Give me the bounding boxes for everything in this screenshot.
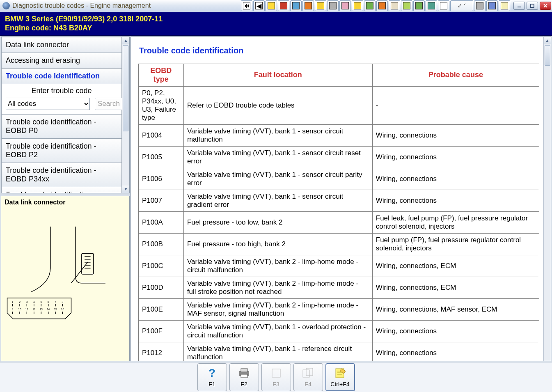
warning-icon[interactable] [266,0,277,11]
scroll-up-icon[interactable]: ▲ [122,37,129,44]
tool-icon-1[interactable] [278,0,289,11]
scroll-thumb[interactable] [545,45,550,66]
scroll-thumb[interactable] [123,45,128,131]
table-row[interactable]: P1012Variable valve timing (VVT), bank 1… [138,342,539,361]
fkey-f3[interactable]: F3 [261,363,291,391]
search-button[interactable]: Search [95,98,122,110]
svg-text:3: 3 [26,300,28,303]
cell-cause: Wiring, connections [372,342,539,361]
col-eobd-type: EOBD type [138,64,183,86]
scroll-down-icon[interactable]: ▼ [122,186,129,193]
tool-icon-2[interactable] [290,0,302,11]
svg-text:14: 14 [47,308,50,311]
pages-icon [302,367,315,379]
table-row[interactable]: P100DVariable valve timing (VVT), bank 2… [138,277,539,298]
cell-code: P100E [138,298,183,320]
cell-fault: Variable valve timing (VVT), bank 1 - se… [183,190,372,211]
cell-cause: Fuel pump (FP), fuel pressure regulator … [372,233,539,255]
connector-diagram-icon: 123 456 78 91011 121314 1516 [1,196,129,361]
svg-text:6: 6 [48,300,49,303]
table-row[interactable]: P100FVariable valve timing (VVT), bank 1… [138,320,539,342]
titlebar: Diagnostic trouble codes - Engine manage… [0,0,552,12]
tool-icon-16[interactable] [486,0,498,11]
tool-icon-4[interactable] [315,0,326,11]
svg-rect-44 [241,369,247,372]
search-label: Enter trouble code [6,87,117,95]
cell-code: P1007 [138,190,183,211]
fkey-f4[interactable]: F4 [293,363,323,391]
cell-fault: Variable valve timing (VVT), bank 2 - li… [183,277,372,298]
footer: ? F1 F2 F3 F4 Ctrl+F4 [0,362,552,392]
table-row[interactable]: P100EVariable valve timing (VVT), bank 2… [138,298,539,320]
tool-icon-5[interactable] [327,0,339,11]
table-row[interactable]: P1004Variable valve timing (VVT), bank 1… [138,124,539,146]
scroll-up-icon[interactable]: ▲ [544,37,551,44]
page-icon [270,367,283,379]
minimize-button[interactable] [513,2,525,10]
table-row[interactable]: P1007Variable valve timing (VVT), bank 1… [138,190,539,211]
nav-sub-eobd-p2[interactable]: Trouble code identification - EOBD P2 [1,139,122,163]
tool-icon-10[interactable] [389,0,400,11]
cell-fault: Fuel pressure - too high, bank 2 [183,233,372,255]
cell-cause: Wiring, connections [372,168,539,190]
nav-item-data-link[interactable]: Data link connector [1,37,122,53]
maximize-button[interactable] [527,2,538,10]
tool-icon-13[interactable] [426,0,437,11]
table-row[interactable]: P0, P2, P34xx, U0, U3, Failure typeRefer… [138,86,539,124]
table-row[interactable]: P100BFuel pressure - too high, bank 2Fue… [138,233,539,255]
svg-text:2: 2 [19,300,21,303]
fkey-ctrl-f4[interactable]: Ctrl+F4 [325,363,355,391]
svg-text:5: 5 [40,300,42,303]
tool-icon-14[interactable] [438,0,449,11]
cell-fault: Variable valve timing (VVT), bank 1 - se… [183,168,372,190]
nav-scrollbar[interactable]: ▲ ▼ [122,37,129,193]
table-row[interactable]: P1006Variable valve timing (VVT), bank 1… [138,168,539,190]
tool-icon-9[interactable] [376,0,388,11]
cell-code: P1006 [138,168,183,190]
cell-cause: Wiring, connections, ECM [372,255,539,277]
tool-icon-17[interactable] [499,0,510,11]
svg-rect-45 [241,374,247,378]
cell-cause: Wiring, connections, ECM [372,277,539,298]
cell-fault: Variable valve timing (VVT), bank 1 - se… [183,146,372,168]
cell-fault: Variable valve timing (VVT), bank 1 - re… [183,342,372,361]
tool-icon-6[interactable] [339,0,351,11]
table-row[interactable]: P100CVariable valve timing (VVT), bank 2… [138,255,539,277]
nav-back-icon[interactable]: ◀ [253,0,265,11]
nav-sub-eobd-u0[interactable]: Trouble code identification - EOBD U0 [1,187,122,193]
toolbar: ⏮ ◀ ⤢ ˅ [241,0,510,11]
cell-code: P1004 [138,124,183,146]
nav-item-access-erase[interactable]: Accessing and erasing [1,53,122,69]
close-button[interactable] [540,2,551,10]
nav-sub-eobd-p0[interactable]: Trouble code identification - EOBD P0 [1,115,122,139]
table-row[interactable]: P100AFuel pressure - too low, bank 2Fuel… [138,211,539,233]
svg-text:7: 7 [55,300,56,303]
nav-item-trouble-code[interactable]: Trouble code identification [1,69,122,84]
cell-fault: Variable valve timing (VVT), bank 2 - li… [183,298,372,320]
cell-cause: Wiring, connections [372,146,539,168]
tool-icon-3[interactable] [302,0,314,11]
fkey-f2[interactable]: F2 [229,363,259,391]
code-select[interactable]: All codes [6,98,90,110]
content-scrollbar[interactable]: ▲ [543,37,551,361]
svg-text:12: 12 [32,308,36,311]
tool-icon-8[interactable] [364,0,376,11]
nav-first-icon[interactable]: ⏮ [241,0,252,11]
svg-text:8: 8 [62,300,64,303]
tool-icon-12[interactable] [413,0,425,11]
cell-cause: Fuel leak, fuel pump (FP), fuel pressure… [372,211,539,233]
svg-text:1: 1 [12,300,14,303]
print-icon [238,367,251,379]
tool-icon-15[interactable] [474,0,486,11]
diagram-panel: Data link connector 123 [1,196,130,362]
tool-icon-7[interactable] [352,0,363,11]
tool-expand-icon[interactable]: ⤢ ˅ [450,0,473,11]
table-row[interactable]: P1005Variable valve timing (VVT), bank 1… [138,146,539,168]
cell-code: P100C [138,255,183,277]
fkey-f1[interactable]: ? F1 [197,363,227,391]
tool-icon-11[interactable] [401,0,412,11]
window-title: Diagnostic trouble codes - Engine manage… [12,2,151,9]
diagram-title: Data link connector [5,199,65,206]
nav-sub-eobd-p34xx[interactable]: Trouble code identification - EOBD P34xx [1,163,122,187]
note-icon [334,367,347,379]
